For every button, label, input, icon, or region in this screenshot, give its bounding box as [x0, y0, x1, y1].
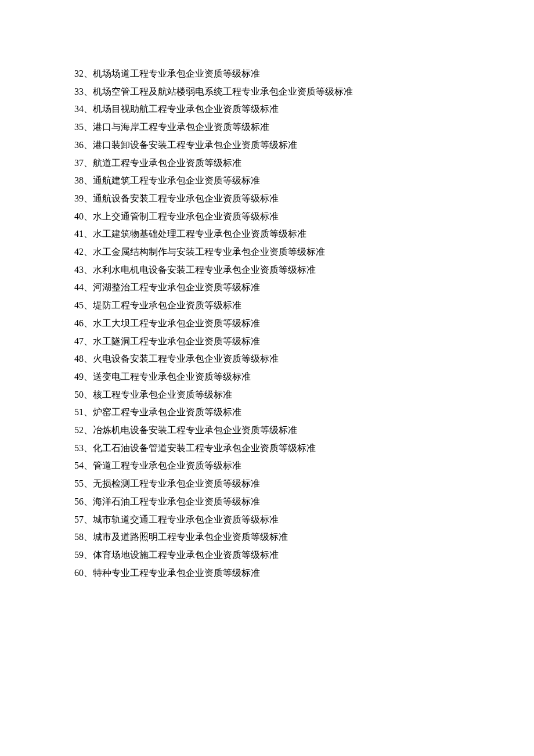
list-item: 33、机场空管工程及航站楼弱电系统工程专业承包企业资质等级标准: [74, 83, 534, 101]
list-item: 34、机场目视助航工程专业承包企业资质等级标准: [74, 100, 534, 118]
list-item: 35、港口与海岸工程专业承包企业资质等级标准: [74, 118, 534, 136]
list-item: 41、水工建筑物基础处理工程专业承包企业资质等级标准: [74, 225, 534, 243]
list-item: 56、海洋石油工程专业承包企业资质等级标准: [74, 493, 534, 511]
list-item: 43、水利水电机电设备安装工程专业承包企业资质等级标准: [74, 261, 534, 279]
list-item: 59、体育场地设施工程专业承包企业资质等级标准: [74, 546, 534, 564]
list-item: 55、无损检测工程专业承包企业资质等级标准: [74, 475, 534, 493]
list-item: 57、城市轨道交通工程专业承包企业资质等级标准: [74, 511, 534, 529]
list-item: 49、送变电工程专业承包企业资质等级标准: [74, 368, 534, 386]
list-item: 54、管道工程专业承包企业资质等级标准: [74, 457, 534, 475]
list-item: 40、水上交通管制工程专业承包企业资质等级标准: [74, 208, 534, 226]
list-item: 51、炉窑工程专业承包企业资质等级标准: [74, 404, 534, 422]
list-item: 42、水工金属结构制作与安装工程专业承包企业资质等级标准: [74, 243, 534, 261]
list-item: 60、特种专业工程专业承包企业资质等级标准: [74, 564, 534, 582]
list-item: 52、冶炼机电设备安装工程专业承包企业资质等级标准: [74, 422, 534, 440]
document-list: 32、机场场道工程专业承包企业资质等级标准 33、机场空管工程及航站楼弱电系统工…: [74, 65, 534, 582]
list-item: 37、航道工程专业承包企业资质等级标准: [74, 154, 534, 172]
list-item: 38、通航建筑工程专业承包企业资质等级标准: [74, 172, 534, 190]
list-item: 50、核工程专业承包企业资质等级标准: [74, 386, 534, 404]
list-item: 53、化工石油设备管道安装工程专业承包企业资质等级标准: [74, 440, 534, 458]
list-item: 45、堤防工程专业承包企业资质等级标准: [74, 297, 534, 315]
list-item: 36、港口装卸设备安装工程专业承包企业资质等级标准: [74, 136, 534, 154]
list-item: 58、城市及道路照明工程专业承包企业资质等级标准: [74, 528, 534, 546]
list-item: 47、水工隧洞工程专业承包企业资质等级标准: [74, 333, 534, 351]
list-item: 48、火电设备安装工程专业承包企业资质等级标准: [74, 350, 534, 368]
list-item: 39、通航设备安装工程专业承包企业资质等级标准: [74, 190, 534, 208]
list-item: 44、河湖整治工程专业承包企业资质等级标准: [74, 279, 534, 297]
list-item: 32、机场场道工程专业承包企业资质等级标准: [74, 65, 534, 83]
list-item: 46、水工大坝工程专业承包企业资质等级标准: [74, 315, 534, 333]
